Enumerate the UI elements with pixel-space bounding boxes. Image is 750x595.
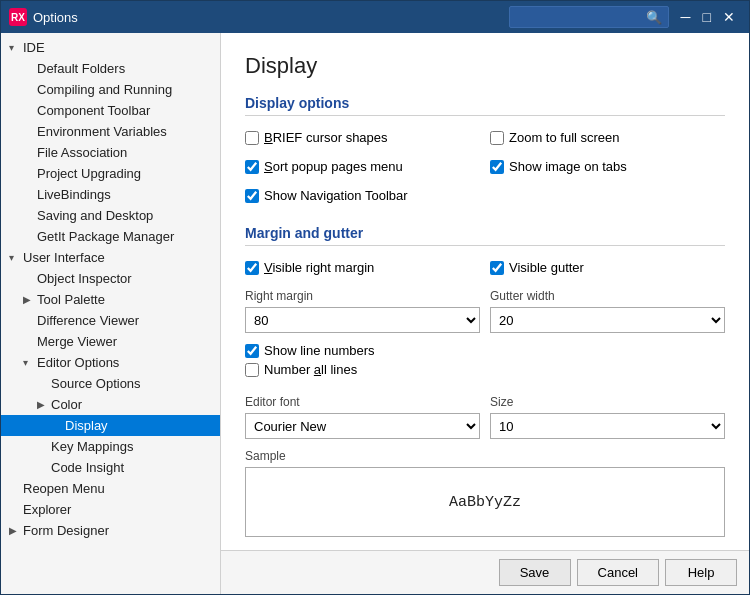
font-sample-box: AaBbYyZz	[245, 467, 725, 537]
editor-font-field: Editor font Courier New Consolas Lucida …	[245, 395, 480, 439]
brief-cursor-option: BRIEF cursor shapes	[245, 130, 480, 145]
sidebar-item-livebindings[interactable]: LiveBindings	[1, 184, 220, 205]
sidebar-item-tool-palette[interactable]: ▶ Tool Palette	[1, 289, 220, 310]
gutter-width-field: Gutter width 20 10 15 25 30	[490, 289, 725, 333]
show-image-tabs-checkbox[interactable]	[490, 160, 504, 174]
number-all-lines-checkbox[interactable]	[245, 363, 259, 377]
sidebar-item-project-upgrading[interactable]: Project Upgrading	[1, 163, 220, 184]
sidebar-item-getit[interactable]: GetIt Package Manager	[1, 226, 220, 247]
window-content: ▾ IDE Default Folders Compiling and Runn…	[1, 33, 749, 594]
color-arrow-icon: ▶	[37, 399, 51, 410]
right-margin-select[interactable]: 80 70 90 100 120	[245, 307, 480, 333]
sidebar-item-user-interface[interactable]: ▾ User Interface	[1, 247, 220, 268]
sidebar-item-object-inspector[interactable]: Object Inspector	[1, 268, 220, 289]
font-size-label: Size	[490, 395, 725, 409]
sidebar-item-color[interactable]: ▶ Color	[1, 394, 220, 415]
close-button[interactable]: ✕	[717, 1, 741, 33]
titlebar: RX Options 🔍 ─ □ ✕	[1, 1, 749, 33]
expand-ui-arrow-icon: ▾	[9, 252, 23, 263]
footer: Save Cancel Help	[221, 550, 749, 594]
sample-label: Sample	[245, 449, 725, 463]
maximize-button[interactable]: □	[697, 1, 717, 33]
sort-popup-label[interactable]: Sort popup pages menu	[264, 159, 403, 174]
visible-gutter-checkbox[interactable]	[490, 261, 504, 275]
number-all-lines-label[interactable]: Number all lines	[264, 362, 357, 377]
sidebar-item-key-mappings[interactable]: Key Mappings	[1, 436, 220, 457]
options-window: RX Options 🔍 ─ □ ✕ ▾ IDE Default Folders…	[0, 0, 750, 595]
gutter-width-label: Gutter width	[490, 289, 725, 303]
sidebar-item-difference-viewer[interactable]: Difference Viewer	[1, 310, 220, 331]
show-line-numbers-checkbox[interactable]	[245, 344, 259, 358]
editor-options-arrow-icon: ▾	[23, 357, 37, 368]
visible-right-margin-checkbox[interactable]	[245, 261, 259, 275]
sidebar-item-default-folders[interactable]: Default Folders	[1, 58, 220, 79]
margin-gutter-title: Margin and gutter	[245, 225, 725, 246]
sidebar-item-code-insight[interactable]: Code Insight	[1, 457, 220, 478]
visible-gutter-label[interactable]: Visible gutter	[509, 260, 584, 275]
gutter-width-select[interactable]: 20 10 15 25 30	[490, 307, 725, 333]
show-image-tabs-option: Show image on tabs	[490, 159, 725, 174]
sort-popup-checkbox[interactable]	[245, 160, 259, 174]
zoom-full-label[interactable]: Zoom to full screen	[509, 130, 620, 145]
brief-cursor-checkbox[interactable]	[245, 131, 259, 145]
show-nav-toolbar-option: Show Navigation Toolbar	[245, 188, 480, 203]
main-panel: Display Display options BRIEF cursor sha…	[221, 33, 749, 594]
show-line-numbers-option: Show line numbers	[245, 343, 725, 358]
font-size-select[interactable]: 10 8 9 11 12 14 16	[490, 413, 725, 439]
main-content-area: Display Display options BRIEF cursor sha…	[221, 33, 749, 550]
titlebar-title: Options	[33, 10, 509, 25]
form-designer-arrow-icon: ▶	[9, 525, 23, 536]
sidebar-item-editor-options[interactable]: ▾ Editor Options	[1, 352, 220, 373]
sidebar-item-form-designer[interactable]: ▶ Form Designer	[1, 520, 220, 541]
search-icon: 🔍	[646, 10, 662, 25]
titlebar-search-box[interactable]: 🔍	[509, 6, 669, 28]
display-options-section: Display options BRIEF cursor shapes Zoom…	[245, 95, 725, 207]
sidebar-item-display[interactable]: Display	[1, 415, 220, 436]
font-sample-text: AaBbYyZz	[449, 494, 521, 511]
titlebar-search-input[interactable]	[516, 10, 646, 24]
sidebar-item-compiling-running[interactable]: Compiling and Running	[1, 79, 220, 100]
sidebar-item-reopen-menu[interactable]: Reopen Menu	[1, 478, 220, 499]
sidebar-item-env-variables[interactable]: Environment Variables	[1, 121, 220, 142]
sidebar-item-component-toolbar[interactable]: Component Toolbar	[1, 100, 220, 121]
editor-font-section: Editor font Courier New Consolas Lucida …	[245, 395, 725, 537]
show-nav-toolbar-label[interactable]: Show Navigation Toolbar	[264, 188, 408, 203]
sidebar-item-file-association[interactable]: File Association	[1, 142, 220, 163]
sidebar-item-merge-viewer[interactable]: Merge Viewer	[1, 331, 220, 352]
help-button[interactable]: Help	[665, 559, 737, 586]
brief-cursor-label[interactable]: BRIEF cursor shapes	[264, 130, 388, 145]
sidebar-item-source-options[interactable]: Source Options	[1, 373, 220, 394]
save-button[interactable]: Save	[499, 559, 571, 586]
editor-font-select[interactable]: Courier New Consolas Lucida Console Aria…	[245, 413, 480, 439]
visible-right-margin-option: Visible right margin	[245, 260, 480, 275]
visible-gutter-option: Visible gutter	[490, 260, 725, 275]
right-margin-label: Right margin	[245, 289, 480, 303]
show-image-tabs-label[interactable]: Show image on tabs	[509, 159, 627, 174]
show-nav-toolbar-checkbox[interactable]	[245, 189, 259, 203]
sidebar: ▾ IDE Default Folders Compiling and Runn…	[1, 33, 221, 594]
tool-palette-arrow-icon: ▶	[23, 294, 37, 305]
zoom-full-option: Zoom to full screen	[490, 130, 725, 145]
page-title: Display	[245, 53, 725, 79]
font-size-field: Size 10 8 9 11 12 14 16	[490, 395, 725, 439]
sidebar-item-saving-desktop[interactable]: Saving and Desktop	[1, 205, 220, 226]
margin-gutter-section: Margin and gutter Visible right margin V…	[245, 225, 725, 377]
editor-font-label: Editor font	[245, 395, 480, 409]
sidebar-item-ide[interactable]: ▾ IDE	[1, 37, 220, 58]
app-logo: RX	[9, 8, 27, 26]
number-all-lines-option: Number all lines	[245, 362, 725, 377]
minimize-button[interactable]: ─	[675, 1, 697, 33]
right-margin-field: Right margin 80 70 90 100 120	[245, 289, 480, 333]
show-line-numbers-label[interactable]: Show line numbers	[264, 343, 375, 358]
visible-right-margin-label[interactable]: Visible right margin	[264, 260, 374, 275]
cancel-button[interactable]: Cancel	[577, 559, 659, 586]
display-options-title: Display options	[245, 95, 725, 116]
sidebar-item-explorer[interactable]: Explorer	[1, 499, 220, 520]
zoom-full-checkbox[interactable]	[490, 131, 504, 145]
sort-popup-option: Sort popup pages menu	[245, 159, 480, 174]
expand-arrow-icon: ▾	[9, 42, 23, 53]
